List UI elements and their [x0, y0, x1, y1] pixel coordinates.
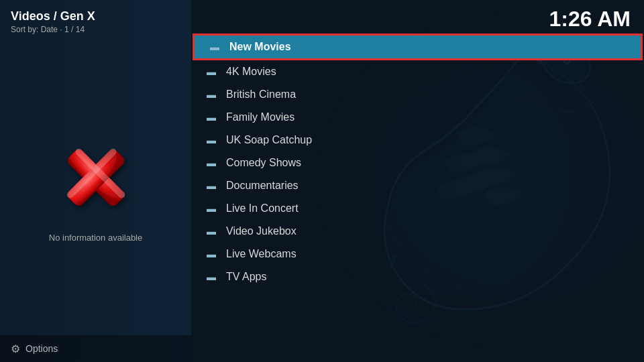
menu-item-new-movies[interactable]: ▬New Movies — [193, 34, 643, 60]
folder-icon: ▬ — [205, 112, 218, 123]
menu-item-tv-apps[interactable]: ▬TV Apps — [191, 265, 644, 288]
folder-icon: ▬ — [205, 89, 218, 100]
menu-item-comedy-shows[interactable]: ▬Comedy Shows — [191, 152, 644, 174]
menu-list: ▬New Movies▬4K Movies▬British Cinema▬Fam… — [191, 34, 644, 288]
menu-item-label: New Movies — [229, 41, 291, 53]
menu-item-label: Video Jukebox — [226, 225, 297, 237]
folder-icon: ▬ — [205, 249, 218, 259]
menu-item-family-movies[interactable]: ▬Family Movies — [191, 106, 644, 129]
menu-item-label: British Cinema — [226, 88, 296, 101]
folder-icon: ▬ — [205, 272, 218, 282]
menu-item-label: Family Movies — [226, 111, 294, 123]
menu-item-4k-movies[interactable]: ▬4K Movies — [191, 60, 644, 83]
menu-item-label: Comedy Shows — [226, 157, 301, 169]
menu-item-live-webcams[interactable]: ▬Live Webcams — [191, 243, 644, 265]
no-info-icon — [49, 131, 143, 225]
menu-item-label: Documentaries — [226, 180, 299, 192]
right-panel: ▬New Movies▬4K Movies▬British Cinema▬Fam… — [191, 0, 644, 362]
folder-icon: ▬ — [205, 135, 218, 145]
options-icon: ⚙ — [11, 343, 20, 355]
menu-item-label: UK Soap Catchup — [226, 134, 312, 146]
options-label: Options — [25, 343, 58, 354]
options-bar[interactable]: ⚙ Options — [0, 335, 191, 362]
no-info-container: No information available — [11, 48, 180, 353]
menu-item-uk-soap-catchup[interactable]: ▬UK Soap Catchup — [191, 129, 644, 152]
panel-title: Videos / Gen X — [11, 9, 95, 23]
clock-display: 1:26 AM — [549, 7, 631, 32]
no-info-text: No information available — [49, 233, 142, 243]
menu-item-documentaries[interactable]: ▬Documentaries — [191, 174, 644, 197]
folder-icon: ▬ — [205, 226, 218, 237]
menu-item-british-cinema[interactable]: ▬British Cinema — [191, 83, 644, 106]
folder-icon: ▬ — [205, 203, 218, 214]
folder-icon: ▬ — [205, 180, 218, 191]
menu-item-live-in-concert[interactable]: ▬Live In Concert — [191, 197, 644, 220]
menu-item-label: Live In Concert — [226, 202, 299, 215]
folder-icon: ▬ — [205, 66, 218, 77]
menu-item-label: TV Apps — [226, 271, 266, 283]
folder-icon: ▬ — [208, 42, 221, 52]
left-panel: Videos / Gen X Sort by: Date · 1 / 14 — [0, 0, 191, 362]
menu-item-video-jukebox[interactable]: ▬Video Jukebox — [191, 220, 644, 243]
menu-item-label: Live Webcams — [226, 248, 297, 260]
folder-icon: ▬ — [205, 158, 218, 168]
panel-subtitle: Sort by: Date · 1 / 14 — [11, 25, 85, 34]
menu-item-label: 4K Movies — [226, 66, 276, 78]
